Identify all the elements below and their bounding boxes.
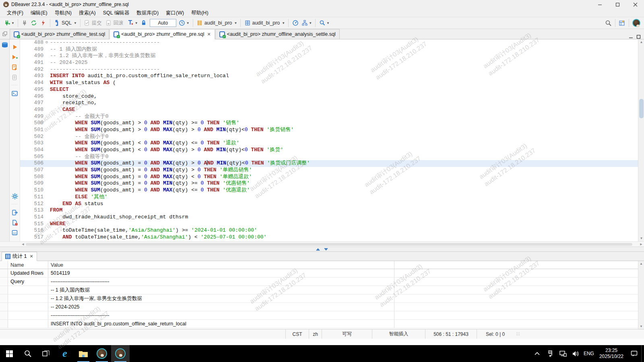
results-row[interactable]: -- 1.2 插入非海一家, 非男生女生换货数据 <box>0 294 644 303</box>
menu-item[interactable]: 编辑(E) <box>27 9 51 17</box>
close-icon[interactable] <box>626 0 644 9</box>
column-header-value[interactable]: Value <box>48 261 394 269</box>
notification-icon[interactable] <box>628 345 640 362</box>
language-indicator[interactable]: ENG <box>583 345 594 362</box>
editor-line[interactable]: 490-- 1.2 插入非海一家，非男生女生换货数据 <box>20 53 638 60</box>
clock[interactable]: 23:25 2025/10/22 <box>596 348 627 360</box>
editor-line[interactable]: 502 -- 金额小于0 <box>20 134 638 140</box>
explorer-icon[interactable] <box>74 345 93 362</box>
scroll-down-icon[interactable]: ▼ <box>638 236 644 241</box>
script-gray-icon[interactable] <box>11 74 19 81</box>
editor-line[interactable]: 506 WHEN SUM(goods_amt) = 0 AND MAX(qty)… <box>20 160 638 167</box>
commit-button[interactable]: 提交 <box>83 18 104 28</box>
statusbar-segment[interactable]: zh <box>309 329 322 339</box>
scroll-left-icon[interactable]: ◄ <box>20 242 26 246</box>
editor-tab[interactable]: ✓<audit_bi_pro> zhumr_offline_test.sql <box>10 29 109 39</box>
sql-editor[interactable]: 488⊖-----------------------------------4… <box>20 39 638 241</box>
menu-item[interactable]: 帮助(H) <box>188 9 212 17</box>
editor-line[interactable]: 493INSERT INTO audit_bi_pro.custom_offli… <box>20 73 638 80</box>
statusbar-segment[interactable]: 智能插入 <box>372 329 425 339</box>
editor-line[interactable]: 517 AND toDateTime(sale_time,'Asia/Shang… <box>20 234 638 241</box>
editor-line[interactable]: 501 WHEN SUM(goods_amt) > 0 AND MAX(qty)… <box>20 127 638 134</box>
scroll-right-icon[interactable]: ► <box>638 242 644 246</box>
editor-line[interactable]: 505 -- 金额等于0 <box>20 154 638 160</box>
user-avatar-button[interactable] <box>631 18 642 28</box>
perspective-button[interactable] <box>617 18 627 28</box>
results-row[interactable]: ----------------------------------- <box>0 311 644 320</box>
commit-mode-select[interactable]: Auto <box>150 19 176 27</box>
editor-line[interactable]: 491-- 2024-2025 <box>20 60 638 66</box>
editor-line[interactable]: 498 CASE <box>20 107 638 113</box>
plug-button[interactable] <box>20 18 29 28</box>
menu-item[interactable]: 导航(N) <box>51 9 75 17</box>
editor-line[interactable]: 494WITH sale_status AS ( <box>20 80 638 86</box>
gear-icon[interactable] <box>11 193 19 200</box>
scroll-up-icon[interactable]: ▲ <box>638 261 644 266</box>
dbeaver-icon[interactable] <box>93 345 111 362</box>
editor-line[interactable]: 488⊖----------------------------------- <box>20 39 638 46</box>
editor-line[interactable]: 495SELECT <box>20 86 638 93</box>
results-row[interactable]: -- 1 插入国内数据 <box>0 286 644 294</box>
terminal-icon[interactable] <box>11 90 19 97</box>
editor-line[interactable]: 515WHERE <box>20 221 638 228</box>
tab-statistics[interactable]: 统计 1 ✕ <box>2 252 37 261</box>
statusbar-segment[interactable]: 可写 <box>322 329 372 339</box>
error-page-icon[interactable]: ! <box>11 219 19 226</box>
new-connection-button[interactable]: ▼ <box>2 18 16 28</box>
editor-line[interactable]: 507 WHEN SUM(goods_amt) = 0 AND MIN(qty)… <box>20 167 638 174</box>
editor-line[interactable]: 503 WHEN SUM(goods_amt) < 0 AND MAX(qty)… <box>20 140 638 147</box>
execute-script-icon[interactable] <box>11 64 19 71</box>
editor-vertical-scrollbar[interactable]: ▲ ▼ <box>638 39 644 241</box>
editor-tab[interactable]: ✓<audit_bi_pro> zhumr_offline_pre.sql✕ <box>109 29 215 39</box>
tx-history-button[interactable]: ▼ <box>178 18 191 28</box>
scrollbar-thumb[interactable] <box>26 243 632 246</box>
menu-item[interactable]: SQL 编辑器 <box>99 9 133 17</box>
transaction-filter-button[interactable]: ▼ <box>126 18 139 28</box>
editor-line[interactable]: 492----------------------------------- <box>20 66 638 73</box>
statusbar-segment[interactable]: 506 : 51 : 17943 <box>425 329 477 339</box>
scroll-down-icon[interactable]: ▼ <box>638 324 644 329</box>
results-row[interactable]: Query----------------------------------- <box>0 278 644 286</box>
export-icon[interactable] <box>11 209 19 216</box>
taskbar-search-icon[interactable] <box>19 345 37 362</box>
tray-chevron-icon[interactable] <box>532 345 543 362</box>
editor-line[interactable]: 511 ELSE '其他' <box>20 194 638 201</box>
editor-line[interactable]: 508 WHEN SUM(goods_amt) = 0 AND MAX(qty)… <box>20 174 638 181</box>
network-icon[interactable] <box>557 345 569 362</box>
minimize-icon[interactable] <box>591 0 609 9</box>
dashboard-button[interactable] <box>291 18 300 28</box>
close-icon[interactable]: ✕ <box>29 254 33 259</box>
panel-splitter[interactable] <box>0 247 644 252</box>
task-view-icon[interactable] <box>37 345 56 362</box>
editor-line[interactable]: 489-- 1 插入国内数据 <box>20 46 638 53</box>
statusbar-segment[interactable]: CST <box>285 329 309 339</box>
show-desktop-button[interactable] <box>641 345 643 362</box>
editor-tab[interactable]: ✓<audit_bi_pro> zhumr_offline_analysis_s… <box>215 29 340 39</box>
close-icon[interactable]: ✕ <box>207 32 211 37</box>
minimize-view-icon[interactable] <box>629 35 633 39</box>
scrollbar-thumb[interactable] <box>639 99 644 118</box>
results-row[interactable]: Updated Rows5014119 <box>0 269 644 278</box>
menu-item[interactable]: 数据库(D) <box>133 9 162 17</box>
usb-icon[interactable] <box>545 345 556 362</box>
schema-selector[interactable]: audit_bi_pro ▼ <box>243 18 286 28</box>
editor-line[interactable]: 516 toDateTime(sale_time,'Asia/Shanghai'… <box>20 227 638 234</box>
toolbar-search-button[interactable]: ▼ <box>318 18 331 28</box>
results-row[interactable]: INSERT INTO audit_bi_pro.custom_offline_… <box>0 320 644 328</box>
execute-icon[interactable] <box>11 43 19 51</box>
editor-line[interactable]: 497 receipt_no, <box>20 100 638 107</box>
results-vertical-scrollbar[interactable]: ▲ ▼ <box>638 261 644 329</box>
maximize-view-icon[interactable] <box>636 35 641 39</box>
speaker-icon[interactable] <box>570 345 582 362</box>
rollback-button[interactable]: 回滚 <box>104 18 126 28</box>
splitter-down-icon[interactable] <box>324 248 328 251</box>
menu-item[interactable]: 文件(F) <box>3 9 27 17</box>
scroll-up-icon[interactable]: ▲ <box>638 39 644 45</box>
sql-editor-button[interactable]: SQL ▼ <box>52 18 78 28</box>
editor-line[interactable]: 496 store_code, <box>20 93 638 100</box>
statusbar-segment[interactable]: Sel: 0 | 0 <box>477 329 514 339</box>
reconnect-button[interactable] <box>29 18 39 28</box>
editor-line[interactable]: 499 -- 金额大于0 <box>20 113 638 120</box>
execution-plan-button[interactable]: ▼ <box>300 18 313 28</box>
editor-horizontal-scrollbar[interactable]: ◄ ► <box>0 241 644 247</box>
